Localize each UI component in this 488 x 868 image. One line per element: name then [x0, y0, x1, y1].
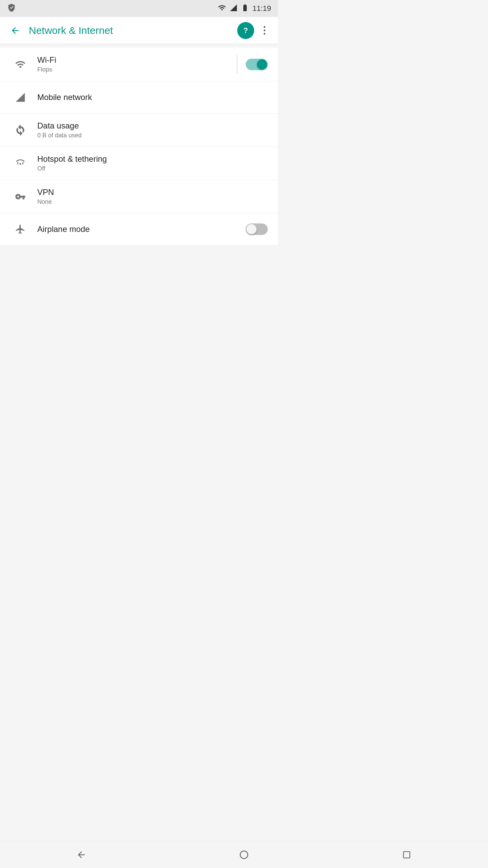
data-usage-icon — [10, 125, 30, 136]
help-button[interactable]: ? — [237, 22, 254, 39]
airplane-icon — [10, 224, 30, 235]
wifi-content: Wi-Fi Flops — [37, 55, 237, 73]
status-time: 11:19 — [252, 4, 271, 13]
airplane-title: Airplane mode — [37, 224, 246, 234]
status-bar: 11:19 — [0, 0, 278, 17]
hotspot-subtitle: Off — [37, 165, 268, 172]
mobile-network-title: Mobile network — [37, 93, 268, 102]
mobile-network-icon — [10, 92, 30, 103]
settings-list: Wi-Fi Flops Mobile network — [0, 47, 278, 245]
wifi-divider — [237, 55, 237, 74]
settings-item-hotspot[interactable]: Hotspot & tethering Off — [0, 147, 278, 180]
vpn-icon — [10, 191, 30, 202]
wifi-toggle[interactable] — [246, 59, 268, 70]
data-usage-subtitle: 0 B of data used — [37, 132, 268, 139]
hotspot-content: Hotspot & tethering Off — [37, 154, 268, 172]
vpn-title: VPN — [37, 188, 268, 197]
help-icon: ? — [243, 26, 248, 35]
more-options-button[interactable] — [258, 22, 271, 39]
settings-item-airplane-mode[interactable]: Airplane mode — [0, 213, 278, 245]
airplane-content: Airplane mode — [37, 224, 246, 234]
vpn-subtitle: None — [37, 198, 268, 205]
wifi-status-icon — [218, 4, 226, 13]
signal-icon — [229, 4, 238, 13]
vpn-content: VPN None — [37, 188, 268, 205]
wifi-subtitle: Flops — [37, 66, 237, 73]
app-bar: Network & Internet ? — [0, 17, 278, 44]
settings-item-mobile-network[interactable]: Mobile network — [0, 81, 278, 114]
settings-item-data-usage[interactable]: Data usage 0 B of data used — [0, 114, 278, 147]
page-title: Network & Internet — [29, 25, 237, 36]
wifi-title: Wi-Fi — [37, 55, 237, 65]
airplane-toggle-container — [246, 223, 268, 235]
settings-item-wifi[interactable]: Wi-Fi Flops — [0, 47, 278, 81]
airplane-toggle-thumb — [246, 224, 257, 234]
data-usage-title: Data usage — [37, 121, 268, 131]
shield-icon — [7, 3, 16, 14]
airplane-action — [246, 223, 268, 235]
wifi-action — [237, 55, 268, 74]
wifi-toggle-thumb — [257, 59, 267, 70]
battery-icon — [241, 4, 249, 13]
settings-item-vpn[interactable]: VPN None — [0, 180, 278, 213]
wifi-toggle-container — [246, 59, 268, 70]
data-usage-content: Data usage 0 B of data used — [37, 121, 268, 139]
dot2 — [264, 29, 265, 31]
dot3 — [264, 33, 265, 35]
mobile-network-content: Mobile network — [37, 93, 268, 102]
back-button[interactable] — [7, 22, 24, 39]
airplane-toggle[interactable] — [246, 223, 268, 235]
status-right-icons: 11:19 — [218, 4, 271, 13]
wifi-item-icon — [10, 59, 30, 70]
hotspot-icon — [10, 158, 30, 169]
bottom-space — [0, 245, 278, 276]
dot1 — [264, 26, 265, 28]
hotspot-title: Hotspot & tethering — [37, 154, 268, 164]
